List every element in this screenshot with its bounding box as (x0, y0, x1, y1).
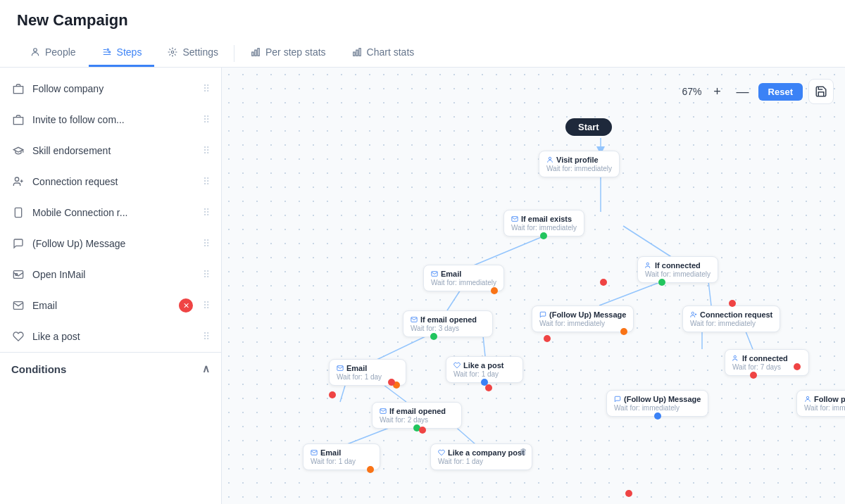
node-start[interactable]: Start (565, 118, 612, 136)
if-connected-title: If connected (645, 261, 711, 270)
bar-chart-icon (250, 46, 261, 58)
delete-icon[interactable]: 🗑 (520, 447, 527, 455)
node-email-3[interactable]: Email Wait for: 1 day (303, 443, 380, 470)
tab-steps[interactable]: Steps (89, 39, 155, 67)
sidebar-item-mobile-connection[interactable]: Mobile Connection r... ⠿ (0, 197, 221, 228)
settings-icon (167, 46, 178, 58)
if-connected-2-sub: Wait for: 7 days (732, 363, 801, 371)
visit-profile-title: Visit profile (546, 156, 612, 164)
svg-point-2 (108, 51, 110, 53)
sidebar-item-connection-request[interactable]: Connection request ⠿ (0, 166, 221, 197)
sidebar-item-follow-up-message[interactable]: (Follow Up) Message ⠿ (0, 228, 221, 259)
node-connection-req-1[interactable]: Connection request Wait for: immediately (682, 305, 780, 332)
sidebar-item-follow-company[interactable]: Follow company ⠿ (0, 73, 221, 104)
follow-up-msg-2-sub: Wait for: immediately (614, 404, 701, 412)
node-if-email-opened-2[interactable]: If email opened Wait for: 2 days (372, 402, 462, 429)
email-1-sub: Wait for: immediately (431, 279, 496, 286)
tab-settings[interactable]: Settings (154, 39, 231, 67)
follow-company-label: Follow company (32, 83, 196, 94)
svg-point-1 (107, 49, 108, 50)
if-connected-2-title: If connected (732, 354, 801, 363)
app-container: New Campaign People Steps Settings (0, 0, 845, 504)
building-icon (11, 82, 25, 96)
reset-button[interactable]: Reset (758, 83, 803, 101)
sidebar-item-invite-to-follow[interactable]: Invite to follow com... ⠿ (0, 104, 221, 135)
follow-up-msg-1-title: (Follow Up) Message (539, 310, 626, 319)
error-badge: ✕ (179, 298, 193, 313)
connection-request-label: Connection request (32, 176, 196, 187)
sidebar-item-skill-endorsement[interactable]: Skill endorsement ⠿ (0, 135, 221, 166)
sidebar-item-like-post[interactable]: Like a post ⠿ (0, 321, 221, 352)
if-email-opened-2-title: If email opened (380, 407, 454, 415)
start-label: Start (578, 122, 599, 132)
drag-handle-icon: ⠿ (203, 269, 210, 280)
conditions-header[interactable]: Conditions ∧ (0, 352, 221, 385)
tab-divider (234, 45, 234, 62)
svg-point-3 (172, 51, 175, 53)
follow-up-message-label: (Follow Up) Message (32, 238, 196, 249)
tab-people[interactable]: People (17, 39, 89, 67)
node-if-email-opened-1[interactable]: If email opened Wait for: 3 days (403, 310, 493, 337)
like-post-label: Like a post (32, 331, 196, 342)
node-if-connected-2[interactable]: If connected Wait for: 7 days (725, 349, 809, 376)
if-email-opened-1-sub: Wait for: 3 days (411, 325, 485, 332)
follow-profile-sub: Wait for: immediately (804, 404, 845, 412)
follow-up-msg-1-sub: Wait for: immediately (539, 320, 626, 327)
sidebar-item-open-inmail[interactable]: Open InMail ⠿ (0, 259, 221, 290)
email-2-title: Email (337, 364, 399, 372)
header: New Campaign People Steps Settings (0, 0, 845, 68)
tab-chart-stats-label: Chart stats (367, 46, 415, 58)
svg-point-0 (34, 49, 37, 52)
flow-canvas[interactable]: 67% + — Reset (222, 68, 845, 504)
svg-rect-12 (13, 118, 23, 125)
node-email-1[interactable]: Email Wait for: immediately (423, 265, 504, 291)
tab-per-step-stats-label: Per step stats (265, 46, 326, 58)
message-icon (11, 237, 25, 251)
like-post-1-title: Like a post (453, 361, 515, 370)
svg-line-24 (623, 226, 672, 258)
skill-endorsement-label: Skill endorsement (32, 145, 196, 156)
svg-rect-9 (359, 49, 361, 56)
svg-point-13 (15, 177, 18, 181)
drag-handle-icon: ⠿ (203, 114, 210, 125)
graduation-icon (11, 144, 25, 158)
node-like-post-1[interactable]: Like a post Wait for: 1 day (446, 356, 523, 383)
email-3-title: Email (311, 448, 373, 457)
svg-rect-6 (258, 49, 259, 56)
svg-rect-4 (252, 52, 254, 56)
if-email-exists-sub: Wait for: immediately (511, 224, 577, 232)
svg-point-36 (549, 157, 551, 159)
like-post-1-sub: Wait for: 1 day (453, 370, 515, 378)
zoom-out-button[interactable]: — (733, 82, 753, 101)
heart-icon (11, 329, 25, 344)
node-follow-up-msg-2[interactable]: (Follow Up) Message Wait for: immediatel… (606, 390, 708, 417)
sidebar-item-email[interactable]: Email ✕ ⠿ (0, 290, 221, 321)
conditions-label: Conditions (11, 363, 66, 375)
tab-chart-stats[interactable]: Chart stats (339, 39, 427, 67)
save-button[interactable] (808, 79, 834, 104)
steps-icon (101, 46, 113, 58)
tab-per-step-stats[interactable]: Per step stats (237, 39, 339, 67)
node-follow-profile[interactable]: Follow profile Wait for: immediately (796, 390, 845, 417)
email-3-sub: Wait for: 1 day (311, 458, 373, 465)
tab-steps-label: Steps (117, 46, 142, 58)
svg-point-38 (646, 263, 649, 265)
chart-icon (351, 46, 363, 58)
node-visit-profile[interactable]: Visit profile Wait for: immediately (539, 151, 620, 177)
flow-connections (222, 68, 845, 504)
node-if-connected[interactable]: If connected Wait for: immediately (637, 256, 718, 283)
svg-point-47 (806, 396, 808, 398)
drag-handle-icon: ⠿ (203, 207, 210, 218)
if-connected-sub: Wait for: immediately (645, 270, 711, 278)
node-follow-up-msg-1[interactable]: (Follow Up) Message Wait for: immediatel… (532, 305, 634, 332)
drag-handle-icon: ⠿ (203, 145, 210, 156)
node-if-email-exists[interactable]: If email exists Wait for: immediately (503, 210, 584, 237)
drag-handle-icon: ⠿ (203, 83, 210, 94)
tab-bar: People Steps Settings Per step stats (17, 39, 828, 67)
zoom-in-button[interactable]: + (708, 82, 727, 101)
visit-profile-sub: Wait for: immediately (546, 165, 612, 172)
svg-point-45 (734, 355, 736, 358)
svg-rect-8 (356, 50, 357, 56)
connection-req-1-sub: Wait for: immediately (690, 320, 772, 327)
node-like-company-post[interactable]: Like a company post Wait for: 1 day 🗑 (430, 443, 532, 470)
